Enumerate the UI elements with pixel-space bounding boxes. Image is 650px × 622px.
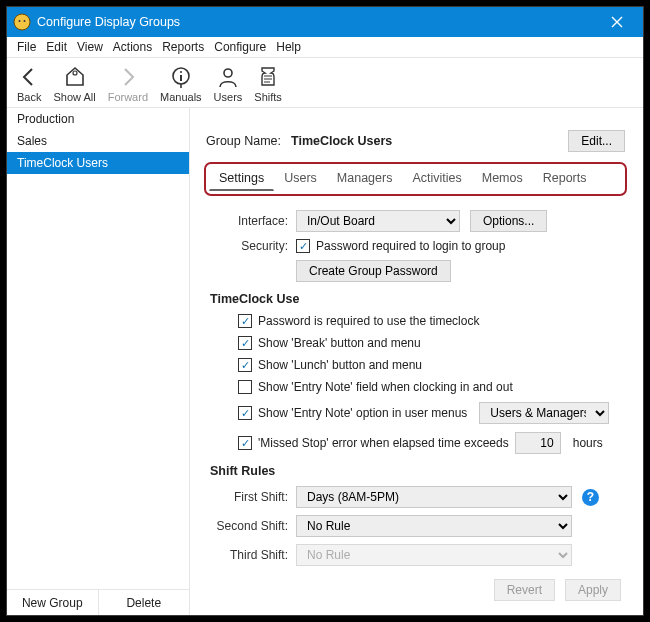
second-shift-label: Second Shift: bbox=[210, 519, 296, 533]
new-group-button[interactable]: New Group bbox=[7, 590, 98, 615]
svg-point-3 bbox=[73, 71, 77, 75]
menu-view[interactable]: View bbox=[73, 38, 107, 56]
menu-reports[interactable]: Reports bbox=[158, 38, 208, 56]
chk-show-break[interactable]: ✓ bbox=[238, 336, 252, 350]
timeclock-use-title: TimeClock Use bbox=[210, 292, 621, 306]
chk-entry-note-field[interactable] bbox=[238, 380, 252, 394]
delete-button[interactable]: Delete bbox=[98, 590, 190, 615]
apply-button[interactable]: Apply bbox=[565, 579, 621, 601]
window-title: Configure Display Groups bbox=[37, 15, 597, 29]
help-icon[interactable]: ? bbox=[582, 489, 599, 506]
tab-memos[interactable]: Memos bbox=[472, 166, 533, 191]
menu-edit[interactable]: Edit bbox=[42, 38, 71, 56]
group-header: Group Name: TimeClock Users Edit... bbox=[200, 126, 631, 162]
first-shift-select[interactable]: Days (8AM-5PM) bbox=[296, 486, 572, 508]
list-item[interactable]: Production bbox=[7, 108, 189, 130]
hours-label: hours bbox=[573, 436, 603, 450]
app-icon bbox=[13, 13, 31, 31]
menu-help[interactable]: Help bbox=[272, 38, 305, 56]
sidebar: Production Sales TimeClock Users New Gro… bbox=[7, 108, 190, 615]
tab-managers[interactable]: Managers bbox=[327, 166, 403, 191]
tool-shifts[interactable]: Shifts bbox=[248, 63, 288, 105]
shift-rules-title: Shift Rules bbox=[210, 464, 621, 478]
chk-entry-note-menu[interactable]: ✓ bbox=[238, 406, 252, 420]
sidebar-actions: New Group Delete bbox=[7, 589, 189, 615]
security-login-checkbox[interactable]: ✓ bbox=[296, 239, 310, 253]
svg-point-2 bbox=[24, 20, 26, 22]
tool-users[interactable]: Users bbox=[208, 63, 249, 105]
security-login-text: Password required to login to group bbox=[316, 239, 505, 253]
menu-file[interactable]: File bbox=[13, 38, 40, 56]
menu-bar: File Edit View Actions Reports Configure… bbox=[7, 37, 643, 58]
menu-configure[interactable]: Configure bbox=[210, 38, 270, 56]
body: Production Sales TimeClock Users New Gro… bbox=[7, 108, 643, 615]
interface-label: Interface: bbox=[210, 214, 296, 228]
tab-settings[interactable]: Settings bbox=[209, 166, 274, 191]
svg-rect-6 bbox=[180, 75, 182, 81]
chk-missed-stop[interactable]: ✓ bbox=[238, 436, 252, 450]
revert-button[interactable]: Revert bbox=[494, 579, 555, 601]
svg-point-0 bbox=[14, 14, 30, 30]
chk-show-break-text: Show 'Break' button and menu bbox=[258, 336, 421, 350]
tab-strip: Settings Users Managers Activities Memos… bbox=[204, 162, 627, 196]
close-button[interactable] bbox=[597, 7, 637, 37]
tool-back-label: Back bbox=[17, 91, 41, 103]
tool-forward-label: Forward bbox=[108, 91, 148, 103]
tool-shifts-label: Shifts bbox=[254, 91, 282, 103]
chk-entry-note-menu-text: Show 'Entry Note' option in user menus bbox=[258, 406, 467, 420]
group-list: Production Sales TimeClock Users bbox=[7, 108, 189, 589]
group-name-label: Group Name: bbox=[206, 134, 281, 148]
options-button[interactable]: Options... bbox=[470, 210, 547, 232]
interface-select[interactable]: In/Out Board bbox=[296, 210, 460, 232]
chk-password-required-text: Password is required to use the timecloc… bbox=[258, 314, 479, 328]
menu-actions[interactable]: Actions bbox=[109, 38, 156, 56]
svg-point-7 bbox=[224, 69, 232, 77]
group-name-value: TimeClock Users bbox=[291, 134, 558, 148]
tool-forward: Forward bbox=[102, 63, 154, 105]
svg-point-1 bbox=[19, 20, 21, 22]
chk-show-lunch[interactable]: ✓ bbox=[238, 358, 252, 372]
tab-activities[interactable]: Activities bbox=[402, 166, 471, 191]
chk-password-required[interactable]: ✓ bbox=[238, 314, 252, 328]
tab-users[interactable]: Users bbox=[274, 166, 327, 191]
tool-manuals[interactable]: Manuals bbox=[154, 63, 208, 105]
title-bar: Configure Display Groups bbox=[7, 7, 643, 37]
svg-point-5 bbox=[180, 71, 182, 73]
chk-missed-stop-text: 'Missed Stop' error when elapsed time ex… bbox=[258, 436, 509, 450]
settings-panel: Interface: In/Out Board Options... Secur… bbox=[200, 204, 631, 573]
security-label: Security: bbox=[210, 239, 296, 253]
edit-button[interactable]: Edit... bbox=[568, 130, 625, 152]
entry-note-audience-select[interactable]: Users & Managers bbox=[479, 402, 609, 424]
tool-users-label: Users bbox=[214, 91, 243, 103]
third-shift-select: No Rule bbox=[296, 544, 572, 566]
tool-back[interactable]: Back bbox=[11, 63, 47, 105]
second-shift-select[interactable]: No Rule bbox=[296, 515, 572, 537]
list-item[interactable]: TimeClock Users bbox=[7, 152, 189, 174]
third-shift-label: Third Shift: bbox=[210, 548, 296, 562]
main-panel: Group Name: TimeClock Users Edit... Sett… bbox=[190, 108, 643, 615]
tool-manuals-label: Manuals bbox=[160, 91, 202, 103]
tool-showall[interactable]: Show All bbox=[47, 63, 101, 105]
tool-showall-label: Show All bbox=[53, 91, 95, 103]
list-item[interactable]: Sales bbox=[7, 130, 189, 152]
tab-reports[interactable]: Reports bbox=[533, 166, 597, 191]
create-password-button[interactable]: Create Group Password bbox=[296, 260, 451, 282]
footer: Revert Apply bbox=[200, 573, 631, 607]
chk-entry-note-field-text: Show 'Entry Note' field when clocking in… bbox=[258, 380, 513, 394]
missed-stop-hours-input[interactable] bbox=[515, 432, 561, 454]
chk-show-lunch-text: Show 'Lunch' button and menu bbox=[258, 358, 422, 372]
first-shift-label: First Shift: bbox=[210, 490, 296, 504]
toolbar: Back Show All Forward Manuals Users Shif… bbox=[7, 58, 643, 108]
window: Configure Display Groups File Edit View … bbox=[6, 6, 644, 616]
